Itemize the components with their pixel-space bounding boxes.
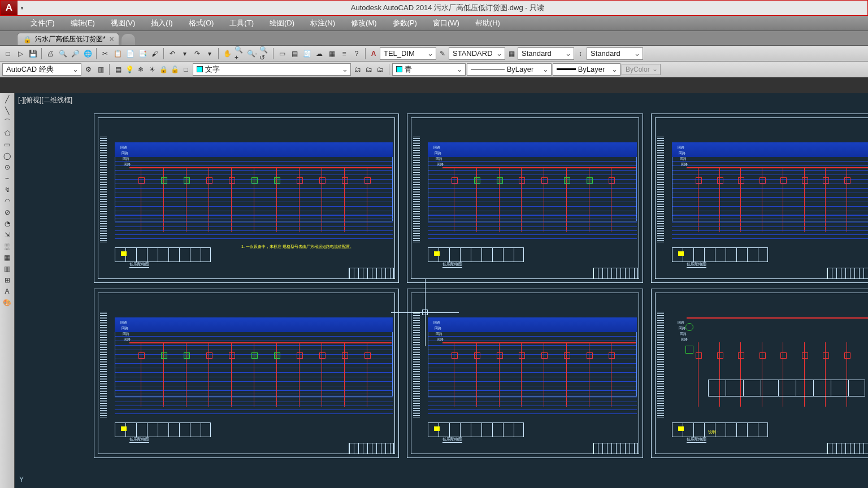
draw-tool-button[interactable]: 🎨 [2,298,13,308]
brush-icon[interactable]: ✎ [437,49,448,59]
multileader-style-combo[interactable]: Standard [587,47,643,60]
layer-combo[interactable]: 文字 [193,63,351,76]
draw-tool-button[interactable]: ⊘ [2,207,13,217]
menu-item[interactable]: 参数(P) [385,18,425,28]
file-tab-active[interactable]: 🔒 污水厂高低压低订货图* ✕ [17,33,119,45]
menu-item[interactable]: 格式(O) [181,18,222,28]
drawing-sheet: 低压配电图 回路回路回路回路 [94,289,399,458]
toolbar-button[interactable]: □ [2,48,14,59]
draw-tool-button[interactable]: ▥ [2,264,13,274]
workspace-settings-icon[interactable]: ⚙ [83,64,94,75]
draw-tool-button[interactable]: ⊞ [2,275,13,285]
multileader-style-icon[interactable]: ↕ [575,49,585,59]
menu-item[interactable]: 文件(F) [23,18,63,28]
toolbar-button[interactable]: ▷ [15,48,26,59]
toolbar-button[interactable]: 🔍+ [234,48,245,59]
workspace-switch-icon[interactable]: ▥ [95,64,106,75]
workspace: ╱╲⌒⬠▭◯⊙~↯◠⊘◔⇲░▦▥⊞A🎨 [-][俯视][二维线框] 低压配电图 … [0,93,868,488]
draw-tool-button[interactable]: ⌒ [2,117,13,127]
file-tab-strip: 🔒 污水厂高低压低订货图* ✕ [0,31,868,46]
layer-tool-button[interactable]: ☀ [146,64,158,75]
toolbar-button[interactable]: 🔎 [70,48,81,59]
layer-tool-button[interactable]: 🔒 [158,64,169,75]
annotation-scale-icon[interactable]: A [368,49,379,59]
toolbar-button[interactable]: 💾 [27,48,38,59]
toolbar-button[interactable]: 🔍- [246,48,258,59]
menu-item[interactable]: 帮助(H) [467,18,508,28]
layer-manager-button[interactable]: 🗂 [352,64,363,75]
table-style-icon[interactable]: ▦ [506,49,517,59]
dim-style-combo[interactable]: TEL_DIM [380,47,436,60]
text-style-combo[interactable]: STANDARD [449,47,505,60]
plotstyle-combo[interactable]: ByColor [622,64,661,75]
file-tab-close-icon[interactable]: ✕ [109,36,114,43]
toolbar-button[interactable]: 🖌 [149,48,160,59]
separator [41,48,42,59]
menu-item[interactable]: 修改(M) [343,18,385,28]
draw-tool-button[interactable]: ⊙ [2,162,13,172]
toolbar-button[interactable]: ☁ [314,48,325,59]
layer-tool-button[interactable]: ▤ [112,64,124,75]
workspace-combo[interactable]: AutoCAD 经典 [2,63,81,76]
color-name-label: 青 [405,64,412,75]
toolbar-button[interactable]: ▭ [276,48,288,59]
draw-tool-button[interactable]: ⬠ [2,128,13,138]
toolbar-button[interactable]: 📑 [137,48,148,59]
drawing-canvas[interactable]: [-][俯视][二维线框] 低压配电图 1. 一次设备中，未标注 规格型号者由厂… [15,93,868,488]
toolbar-button[interactable]: 📋 [112,48,123,59]
toolbar-button[interactable]: 🔍 [57,48,68,59]
color-combo[interactable]: 青 [392,63,466,76]
toolbar-button[interactable]: ▾ [204,48,215,59]
layer-tool-button[interactable]: 💡 [124,64,135,75]
toolbar-button[interactable]: 📄 [124,48,136,59]
linetype-combo[interactable]: ByLayer [467,63,552,76]
layer-tool-button[interactable]: 🔓 [169,64,180,75]
toolbar-button[interactable]: 🧾 [301,48,313,59]
menu-item[interactable]: 视图(V) [103,18,143,28]
toolbar-button[interactable]: ✋ [222,48,233,59]
menu-item[interactable]: 窗口(W) [425,18,467,28]
toolbar-button[interactable]: 🖨 [45,48,56,59]
menu-bar: 文件(F)编辑(E)视图(V)插入(I)格式(O)工具(T)绘图(D)标注(N)… [0,16,868,31]
menu-item[interactable]: 绘图(D) [262,18,302,28]
draw-tool-button[interactable]: ◠ [2,196,13,206]
drawing-sheet: 低压配电图 回路回路回路回路 [651,114,868,283]
draw-tool-button[interactable]: ╱ [2,94,13,104]
toolbar-button[interactable]: ▤ [289,48,300,59]
draw-tool-button[interactable]: ░ [2,241,13,251]
new-tab-button[interactable] [121,34,135,45]
toolbar-button[interactable]: ≡ [338,48,350,59]
toolbar-button[interactable]: ✂ [99,48,111,59]
layer-tool-button[interactable]: □ [180,64,192,75]
draw-tool-button[interactable]: ⇲ [2,230,13,240]
file-tab-name: 污水厂高低压低订货图* [35,34,106,44]
toolbar-button[interactable]: ? [351,48,362,59]
draw-tool-button[interactable]: A [2,286,13,297]
menu-item[interactable]: 工具(T) [222,18,262,28]
draw-tool-button[interactable]: ▦ [2,252,13,263]
toolbar-button[interactable]: ▦ [326,48,337,59]
draw-tool-button[interactable]: ◔ [2,219,13,229]
layer-tool-button[interactable]: ❄ [135,64,146,75]
draw-tool-button[interactable]: ◯ [2,151,13,161]
toolbar-button[interactable]: ↷ [192,48,203,59]
draw-tool-button[interactable]: ▭ [2,140,13,150]
toolbar-button[interactable]: 🌐 [82,48,93,59]
layer-manager-button[interactable]: 🗂 [375,64,386,75]
layer-manager-button[interactable]: 🗂 [363,64,375,75]
draw-tool-button[interactable]: ~ [2,173,13,184]
menu-item[interactable]: 标注(N) [302,18,343,28]
draw-tool-button[interactable]: ↯ [2,185,13,195]
draw-tool-button[interactable]: ╲ [2,106,13,116]
app-menu-button[interactable]: A [1,1,18,15]
table-style-combo[interactable]: Standard [518,47,574,60]
toolbar-button[interactable]: ▾ [179,48,190,59]
separator [273,48,274,59]
lineweight-combo[interactable]: ByLayer [553,63,620,76]
file-tab-lock-icon: 🔒 [23,36,32,43]
menu-item[interactable]: 插入(I) [143,18,180,28]
toolbar-button[interactable]: 🔍↺ [259,48,270,59]
menu-item[interactable]: 编辑(E) [63,18,103,28]
toolbar-button[interactable]: ↶ [167,48,178,59]
viewport-label[interactable]: [-][俯视][二维线框] [18,95,72,105]
